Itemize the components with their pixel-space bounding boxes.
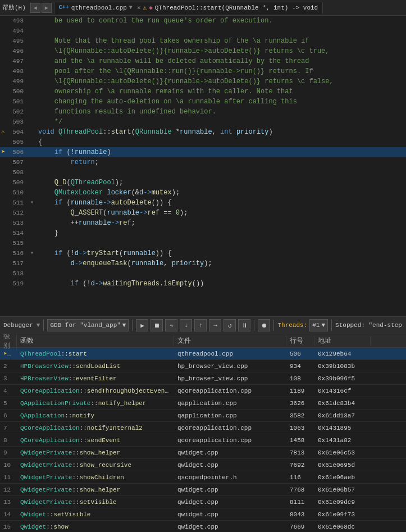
stack-cell-num: 11 — [0, 474, 17, 481]
code-line-504[interactable]: 504⚠void QThreadPool::start(QRunnable *r… — [0, 127, 406, 137]
code-line-517[interactable]: 517 d->enqueueTask(runnable, priority); — [0, 258, 406, 269]
line-number-507: 507 — [0, 157, 28, 167]
step-out-button[interactable]: ↑ — [194, 319, 207, 331]
stack-row[interactable]: 6QApplication::notifyqapplication.cpp358… — [0, 410, 406, 422]
stack-cell-num: 14 — [0, 511, 17, 518]
line-content-500: ownership of \a runnable remains with th… — [36, 87, 406, 97]
stack-cell-line: 1189 — [286, 388, 314, 394]
stack-row[interactable]: 14QWidget::setVisibleqwidget.cpp80430x61… — [0, 508, 406, 521]
stack-row[interactable]: 3HPBrowserView::eventFilterhp_browser_vi… — [0, 372, 406, 385]
stack-row[interactable]: 2HPBrowserView::sendLoadListhp_browser_v… — [0, 360, 406, 372]
stack-cell-file: qwidget.cpp — [174, 524, 286, 530]
code-line-503[interactable]: 503 */ — [0, 117, 406, 127]
code-line-500[interactable]: 500 ownership of \a runnable remains wit… — [0, 87, 406, 97]
code-line-515[interactable]: 515 — [0, 238, 406, 248]
code-line-501[interactable]: 501 changing the auto-deletion on \a run… — [0, 97, 406, 107]
stack-row[interactable]: 7QCoreApplication::notifyInternal2qcorea… — [0, 422, 406, 434]
reset-button[interactable]: ↺ — [223, 319, 236, 331]
stack-cell-addr: 0x1431895 — [314, 425, 371, 431]
cpp-icon: C++ — [59, 4, 69, 11]
header-level: 级别 — [0, 334, 17, 351]
stack-cell-addr: 0x61dd13a7 — [314, 412, 371, 419]
code-line-506[interactable]: 506➤ if (!runnable) — [0, 147, 406, 157]
code-line-493[interactable]: 493 be used to control the run queue's o… — [0, 16, 406, 26]
line-content-504: void QThreadPool::start(QRunnable *runna… — [36, 127, 406, 137]
stack-cell-file: qapplication.cpp — [174, 412, 286, 419]
line-number-515: 515 — [0, 238, 28, 248]
step-over-button[interactable]: ↷ — [165, 319, 177, 331]
separator-5 — [331, 320, 332, 331]
line-content-510: QMutexLocker locker(&d->mutex); — [36, 188, 406, 198]
stack-row[interactable]: 5QApplicationPrivate::notify_helperqappl… — [0, 397, 406, 410]
interrupt-button[interactable]: ⏸ — [238, 319, 250, 331]
code-line-496[interactable]: 496 \l{QRunnable::autoDelete()}{runnable… — [0, 46, 406, 56]
code-line-507[interactable]: 507 return; — [0, 157, 406, 167]
tab-dropdown-arrow[interactable]: ▼ — [129, 4, 133, 11]
code-line-495[interactable]: 495 Note that the thread pool takes owne… — [0, 36, 406, 46]
stack-cell-addr: 0x61e068dc — [314, 524, 371, 530]
stack-row[interactable]: 13QWidgetPrivate::setVisibleqwidget.cpp8… — [0, 496, 406, 508]
stack-cell-func: QCoreApplication::sendEvent — [17, 437, 174, 444]
stack-cell-file: qcoreapplication.cpp — [174, 437, 286, 444]
stack-row[interactable]: 8QCoreApplication::sendEventqcoreapplica… — [0, 434, 406, 447]
fold-arrow-516[interactable]: ▾ — [28, 248, 36, 258]
stack-cell-line: 7692 — [286, 462, 314, 469]
back-button[interactable]: ◀ — [30, 3, 40, 13]
gdb-dropdown[interactable]: GDB for "vland_app" ▼ — [47, 319, 129, 331]
stack-row[interactable]: 12QWidgetPrivate::show_helperqwidget.cpp… — [0, 484, 406, 496]
stack-cell-func: QWidgetPrivate::show_helper — [17, 449, 174, 456]
code-line-511[interactable]: 511▾ if (runnable->autoDelete()) { — [0, 198, 406, 208]
continue-button[interactable]: ▶ — [136, 319, 148, 331]
line-content-509: Q_D(QThreadPool); — [36, 178, 406, 188]
thread-num: #1 — [312, 322, 320, 329]
code-line-509[interactable]: 509 Q_D(QThreadPool); — [0, 178, 406, 188]
code-line-512[interactable]: 512 Q_ASSERT(runnable->ref == 0); — [0, 208, 406, 218]
line-number-511: 511 — [0, 198, 28, 208]
stack-row[interactable]: 9QWidgetPrivate::show_helperqwidget.cpp7… — [0, 447, 406, 459]
stack-cell-line: 7768 — [286, 486, 314, 493]
code-line-519[interactable]: 519 if (!d->waitingThreads.isEmpty()) — [0, 279, 406, 289]
code-line-514[interactable]: 514 } — [0, 228, 406, 238]
code-line-505[interactable]: 505{ — [0, 137, 406, 147]
code-line-510[interactable]: 510 QMutexLocker locker(&d->mutex); — [0, 188, 406, 198]
code-line-513[interactable]: 513 ++runnable->ref; — [0, 218, 406, 228]
code-line-502[interactable]: 502 functions results in undefined behav… — [0, 107, 406, 117]
stack-cell-func: QWidget::setVisible — [17, 511, 174, 518]
help-menu[interactable]: 帮助(H) — [2, 3, 26, 12]
debugger-label: Debugger — [3, 322, 33, 329]
code-line-494[interactable]: 494 — [0, 26, 406, 36]
stack-cell-num: 2 — [0, 363, 17, 370]
line-content-511: if (runnable->autoDelete()) { — [36, 198, 406, 208]
stack-cell-addr: 0x14316cf — [314, 388, 371, 394]
stack-row[interactable]: 11QWidgetPrivate::showChildrenqscopedpoi… — [0, 471, 406, 484]
stack-cell-func: QWidgetPrivate::show_helper — [17, 486, 174, 493]
line-number-495: 495 — [0, 36, 28, 46]
tab-close-button[interactable]: ✕ — [137, 4, 141, 11]
header-addr: 地址 — [314, 336, 371, 345]
line-number-518: 518 — [0, 269, 28, 279]
code-line-498[interactable]: 498 pool after the \l{QRunnable::run()}{… — [0, 66, 406, 76]
separator-2 — [132, 320, 133, 331]
stack-row[interactable]: 15QWidget::showqwidget.cpp76690x61e068dc — [0, 521, 406, 532]
stack-row[interactable]: ➤ 1QThreadPool::startqthreadpool.cpp5060… — [0, 348, 406, 360]
stack-cell-file: hp_browser_view.cpp — [174, 375, 286, 382]
code-line-518[interactable]: 518 — [0, 269, 406, 279]
code-line-508[interactable]: 508 — [0, 167, 406, 178]
tab-qthreadpool[interactable]: C++ qthreadpool.cpp ▼ ✕ ⚠ ◆ QThreadPool:… — [54, 2, 323, 14]
stack-cell-line: 1063 — [286, 425, 314, 431]
thread-dropdown[interactable]: #1 ▼ — [309, 319, 328, 331]
step-into-button[interactable]: ↓ — [180, 319, 192, 331]
line-content-514: } — [36, 228, 406, 238]
debugger-dropdown-arrow[interactable]: ▼ — [37, 322, 40, 329]
record-button[interactable]: ⏺ — [258, 319, 270, 331]
code-line-499[interactable]: 499 \l{QRunnable::autoDelete()}{runnable… — [0, 76, 406, 87]
line-number-499: 499 — [0, 76, 28, 87]
forward-button[interactable]: ▶ — [42, 3, 52, 13]
stack-row[interactable]: 4QCoreApplication::sendThroughObjectEven… — [0, 385, 406, 397]
run-to-cursor-button[interactable]: → — [209, 319, 221, 331]
stop-button[interactable]: ⏹ — [150, 319, 163, 331]
code-line-497[interactable]: 497 and the \a runnable will be deleted … — [0, 56, 406, 66]
fold-arrow-511[interactable]: ▾ — [28, 198, 36, 208]
code-line-516[interactable]: 516▾ if (!d->tryStart(runnable)) { — [0, 248, 406, 258]
stack-row[interactable]: 10QWidgetPrivate::show_recursiveqwidget.… — [0, 459, 406, 471]
